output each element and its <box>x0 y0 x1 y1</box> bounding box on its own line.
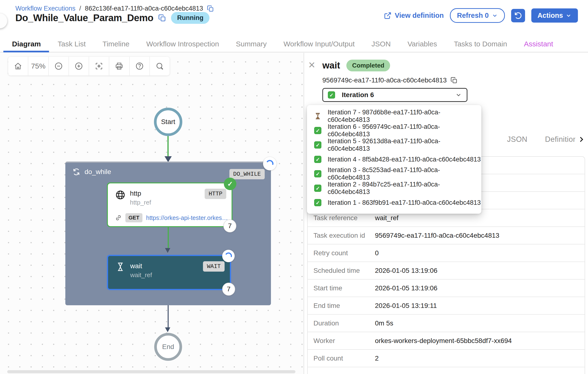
iteration-option-7[interactable]: Iteration 7 - 987d6b8e-ea17-11f0-a0ca-c6… <box>307 109 481 123</box>
breadcrumb-workflow-executions-link[interactable]: Workflow Executions <box>15 5 75 12</box>
header-actions: View definition Refresh 0 Actions <box>384 8 578 23</box>
detail-label: Worker <box>308 337 375 345</box>
minus-circle-icon <box>54 62 63 70</box>
detail-label: Task execution id <box>308 232 375 239</box>
check-emoji-icon: ✓ <box>328 91 335 98</box>
zoom-out-button[interactable] <box>49 57 69 75</box>
fit-to-screen-icon <box>95 62 103 70</box>
iteration-option-4[interactable]: ✓ Iteration 4 - 8f5ab428-ea17-11f0-a0ca-… <box>307 152 481 167</box>
table-row: Task execution id 9569749c-ea17-11f0-a0c… <box>308 227 585 245</box>
copy-icon[interactable] <box>207 5 214 12</box>
tab-tasks-to-domain[interactable]: Tasks to Domain <box>454 40 507 48</box>
iteration-select[interactable]: ✓ Iteration 6 <box>322 88 467 102</box>
breadcrumb-separator: / <box>79 5 81 12</box>
iteration-option-1[interactable]: ✓ Iteration 1 - 863f9b91-ea17-11f0-a0ca-… <box>307 195 481 210</box>
http-method-badge: GET <box>125 213 142 222</box>
http-task-node[interactable]: http http_ref HTTP GET https://orkes-api… <box>107 182 232 227</box>
loop-progress-spinner <box>263 157 276 171</box>
tab-json[interactable]: JSON <box>372 40 391 48</box>
reload-button[interactable] <box>511 9 525 22</box>
table-row: Poll count 2 <box>308 350 585 367</box>
tab-workflow-input-output[interactable]: Workflow Input/Output <box>284 40 355 48</box>
hourglass-emoji-icon <box>314 112 321 120</box>
search-button[interactable] <box>150 57 169 75</box>
tab-task-list[interactable]: Task List <box>58 40 86 48</box>
table-row: Worker orkes-workers-deployment-65bbc58d… <box>308 332 585 350</box>
iteration-option-5[interactable]: ✓ Iteration 5 - 92613d8a-ea17-11f0-a0ca-… <box>307 138 481 152</box>
zoom-level-indicator[interactable]: 75% <box>28 57 49 75</box>
tab-workflow-introspection[interactable]: Workflow Introspection <box>146 40 219 48</box>
subtab-json[interactable]: JSON <box>507 135 527 144</box>
help-button[interactable] <box>130 57 150 75</box>
table-row: End time 2026-01-05 13:19:11 <box>308 297 585 315</box>
detail-value: 2026-01-05 13:19:11 <box>375 302 437 310</box>
detail-value: orkes-workers-deployment-65bbc58df7-xx69… <box>375 337 512 345</box>
copy-icon[interactable] <box>158 14 166 22</box>
search-icon <box>155 62 164 70</box>
http-iteration-count-badge[interactable]: 7 <box>223 219 236 232</box>
close-icon[interactable]: × <box>308 59 315 71</box>
workflow-diagram-canvas[interactable]: 75% <box>0 53 304 374</box>
refresh-button[interactable]: Refresh 0 <box>450 8 505 23</box>
detail-label: Task reference <box>308 214 375 222</box>
table-row: Duration 0m 5s <box>308 315 585 332</box>
view-definition-button[interactable]: View definition <box>384 11 444 20</box>
check-emoji-icon: ✓ <box>314 170 321 177</box>
home-button[interactable] <box>8 57 28 75</box>
page-header: Workflow Executions / 862c136f-ea17-11f0… <box>0 0 588 36</box>
table-row-partial <box>308 367 585 374</box>
iteration-option-3[interactable]: ✓ Iteration 3 - 8c5253ad-ea17-11f0-a0ca-… <box>307 167 481 181</box>
end-node[interactable]: End <box>154 333 182 361</box>
tab-timeline[interactable]: Timeline <box>103 40 129 48</box>
active-tab-underline <box>3 51 49 52</box>
loop-icon <box>72 168 81 176</box>
rotate-ccw-icon <box>514 12 522 20</box>
fit-to-screen-button[interactable] <box>89 57 109 75</box>
actions-button[interactable]: Actions <box>531 8 578 22</box>
tab-variables[interactable]: Variables <box>408 40 437 48</box>
iteration-option-2[interactable]: ✓ Iteration 2 - 894b7c25-ea17-11f0-a0ca-… <box>307 181 481 195</box>
table-row: Scheduled time 2026-01-05 13:19:06 <box>308 262 585 279</box>
plus-circle-icon <box>74 62 83 70</box>
task-title-row: wait Completed <box>322 60 390 71</box>
refresh-label: Refresh 0 <box>457 11 489 20</box>
print-button[interactable] <box>109 57 129 75</box>
http-url-link[interactable]: https://orkes-api-tester.orkescondu... <box>146 214 229 221</box>
wait-iteration-count-badge[interactable]: 7 <box>222 283 235 296</box>
link-icon <box>115 214 122 221</box>
help-icon <box>135 62 144 70</box>
http-type-badge: HTTP <box>205 189 226 199</box>
wait-type-badge: WAIT <box>203 261 225 272</box>
chevron-down-icon <box>566 12 572 19</box>
detail-value: 2026-01-05 13:19:06 <box>375 267 437 275</box>
diagram-horizontal-scrollbar[interactable] <box>7 370 295 373</box>
external-link-icon <box>384 12 391 20</box>
iteration-option-label: Iteration 6 - 9569749c-ea17-11f0-a0ca-c6… <box>328 123 481 138</box>
check-emoji-icon: ✓ <box>314 127 321 134</box>
wait-task-ref: wait_ref <box>130 271 152 279</box>
check-emoji-icon: ✓ <box>314 199 321 206</box>
edge-drawer-handle[interactable] <box>0 13 7 28</box>
arrowhead <box>165 327 170 332</box>
chevron-right-icon[interactable] <box>578 136 585 143</box>
do-while-container-node[interactable]: do_while DO_WHILE http http_ref HTTP GET <box>65 161 271 305</box>
tab-assistant[interactable]: Assistant <box>524 40 553 48</box>
end-node-label: End <box>162 343 174 351</box>
detail-label: Scheduled time <box>308 267 375 275</box>
hourglass-icon <box>115 262 125 272</box>
page-title: Do_While_Value_Param_Demo <box>15 12 153 23</box>
detail-label: Retry count <box>308 249 375 257</box>
detail-label: Start time <box>308 284 375 292</box>
zoom-in-button[interactable] <box>69 57 89 75</box>
copy-icon[interactable] <box>450 77 458 84</box>
iteration-dropdown-menu: Iteration 7 - 987d6b8e-ea17-11f0-a0ca-c6… <box>307 105 481 214</box>
start-node[interactable]: Start <box>154 108 182 136</box>
iteration-selected-value: Iteration 6 <box>342 91 448 99</box>
iteration-option-6[interactable]: ✓ Iteration 6 - 9569749c-ea17-11f0-a0ca-… <box>307 123 481 138</box>
tab-diagram[interactable]: Diagram <box>12 40 41 48</box>
subtab-definition[interactable]: Definition <box>545 135 575 144</box>
wait-task-node[interactable]: wait wait_ref WAIT 7 <box>107 255 231 290</box>
tab-summary[interactable]: Summary <box>236 40 267 48</box>
connector-start-to-dowhile <box>168 136 169 157</box>
iteration-option-label: Iteration 3 - 8c5253ad-ea17-11f0-a0ca-c6… <box>328 166 481 181</box>
